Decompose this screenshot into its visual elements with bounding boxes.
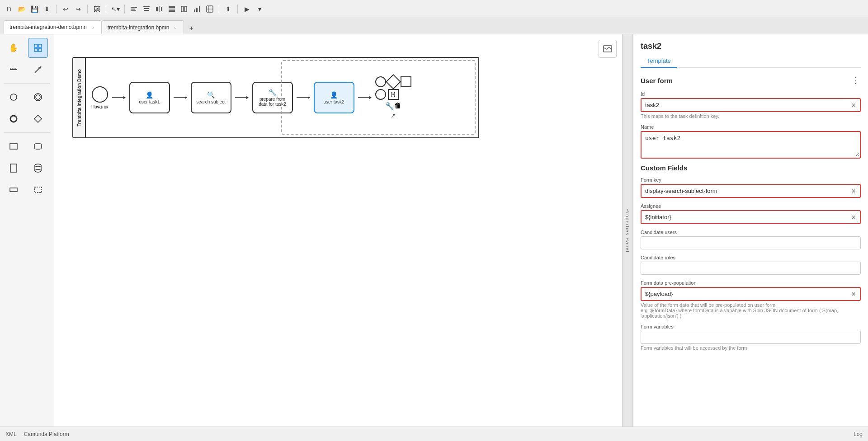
- id-field-group: Id ✕ This maps to the task definition ke…: [641, 91, 861, 119]
- thick-circle-tool[interactable]: [4, 109, 24, 129]
- start-label: Початок: [91, 104, 108, 109]
- status-log[interactable]: Log: [854, 431, 863, 437]
- svg-point-39: [35, 169, 41, 172]
- formula-icon[interactable]: [204, 4, 215, 14]
- svg-marker-46: [185, 96, 187, 99]
- bpmn-start-event[interactable]: [92, 86, 108, 103]
- status-xml[interactable]: XML: [5, 431, 17, 437]
- form-key-label: Form key: [641, 177, 861, 183]
- select-tool[interactable]: [28, 38, 48, 58]
- table-cols-icon[interactable]: [179, 4, 190, 14]
- download-icon[interactable]: ⬇: [42, 4, 52, 14]
- form-data-clear[interactable]: ✕: [850, 291, 857, 298]
- name-field-input[interactable]: user task2: [642, 132, 860, 156]
- form-data-input[interactable]: [642, 288, 860, 300]
- tab-demo[interactable]: trembita-integration-demo.bpmn ○: [4, 20, 102, 34]
- form-key-clear[interactable]: ✕: [850, 188, 857, 195]
- svg-rect-16: [199, 6, 200, 12]
- tab-demo-label: trembita-integration-demo.bpmn: [9, 24, 87, 30]
- cursor-drop-icon[interactable]: ↖▾: [110, 4, 121, 14]
- bpmn-task-4[interactable]: 👤 user task2: [314, 82, 354, 113]
- canvas-area[interactable]: Trembita Integration Demo Початок 👤: [54, 34, 622, 427]
- map-button[interactable]: [599, 40, 617, 58]
- flat-rect-tool[interactable]: [4, 180, 24, 200]
- candidate-users-field-group: Candidate users: [641, 230, 861, 249]
- svg-marker-48: [246, 96, 249, 99]
- assignee-field-group: Assignee ✕: [641, 203, 861, 224]
- panel-tab-template[interactable]: Template: [641, 55, 677, 68]
- cylinder-tool[interactable]: [28, 158, 48, 178]
- page-tool[interactable]: [4, 158, 24, 178]
- arrow1: [112, 93, 126, 102]
- tools-trash-icon: 🗑: [394, 102, 401, 110]
- candidate-roles-wrapper: [641, 262, 861, 275]
- diamond-tool[interactable]: [28, 109, 48, 129]
- id-field-clear[interactable]: ✕: [850, 102, 857, 109]
- align-left-icon[interactable]: [128, 4, 139, 14]
- dashed-rect-tool[interactable]: [28, 180, 48, 200]
- task3-icon: 🔧: [269, 89, 276, 96]
- svg-rect-21: [38, 44, 42, 47]
- undo-icon[interactable]: ↩: [60, 4, 71, 14]
- image-icon[interactable]: 🖼: [91, 4, 102, 14]
- chart-icon[interactable]: [192, 4, 203, 14]
- open-icon[interactable]: 📂: [16, 4, 27, 14]
- run-icon[interactable]: ▶: [241, 4, 252, 14]
- redo-icon[interactable]: ↪: [73, 4, 84, 14]
- svg-rect-3: [143, 6, 150, 7]
- form-variables-wrapper: [641, 331, 861, 344]
- new-icon[interactable]: 🗋: [4, 4, 14, 14]
- connect-tool[interactable]: [28, 60, 48, 80]
- candidate-users-input[interactable]: [641, 237, 860, 249]
- task2-label: search subject: [196, 99, 225, 104]
- form-key-input[interactable]: [642, 185, 860, 197]
- svg-marker-44: [123, 96, 126, 99]
- svg-rect-23: [38, 48, 42, 52]
- tab-integration[interactable]: trembita-integration.bpmn ○: [102, 20, 184, 34]
- rounded-rect-tool[interactable]: [28, 136, 48, 156]
- circle-tool[interactable]: [4, 87, 24, 107]
- end-diamond: [386, 74, 401, 89]
- more-run-icon[interactable]: ▾: [254, 4, 265, 14]
- save-icon[interactable]: 💾: [29, 4, 40, 14]
- tab-integration-label: trembita-integration.bpmn: [108, 24, 170, 31]
- end-circle1: [375, 76, 386, 87]
- id-field-input[interactable]: [642, 99, 860, 111]
- lasso-tool[interactable]: [4, 60, 24, 80]
- tab-integration-close[interactable]: ○: [172, 24, 178, 31]
- end-rect: [401, 76, 411, 87]
- assignee-clear[interactable]: ✕: [850, 214, 857, 221]
- hand-tool[interactable]: ✋: [4, 38, 24, 58]
- svg-rect-15: [196, 8, 198, 12]
- distribute-icon[interactable]: [154, 4, 165, 14]
- form-data-hint: Value of the form data that will be pre-…: [641, 302, 861, 319]
- distribute2-icon[interactable]: [166, 4, 177, 14]
- bpmn-task-1[interactable]: 👤 user task1: [129, 82, 170, 113]
- user-form-section-header: User form ⋮: [641, 75, 861, 86]
- align-center-icon[interactable]: [141, 4, 152, 14]
- bpmn-task-3[interactable]: 🔧 prepare from data for task2: [252, 82, 293, 113]
- svg-rect-12: [181, 6, 184, 12]
- section-menu-button[interactable]: ⋮: [850, 75, 861, 86]
- svg-rect-2: [131, 10, 136, 11]
- svg-rect-9: [169, 6, 175, 8]
- status-platform: Camunda Platform: [24, 431, 69, 437]
- candidate-roles-input[interactable]: [641, 262, 860, 274]
- svg-rect-6: [156, 7, 158, 11]
- tab-demo-close[interactable]: ○: [90, 24, 96, 30]
- properties-panel-label: Properties Panel: [625, 208, 630, 252]
- pool-label: Trembita Integration Demo: [77, 69, 82, 127]
- bpmn-container: Trembita Integration Demo Початок 👤: [72, 57, 479, 147]
- upload-icon[interactable]: ⬆: [223, 4, 234, 14]
- rect-tool[interactable]: [4, 136, 24, 156]
- assignee-input[interactable]: [642, 211, 860, 223]
- bpmn-pool: Trembita Integration Demo Початок 👤: [72, 57, 479, 138]
- candidate-users-wrapper: [641, 236, 861, 249]
- bpmn-task-2[interactable]: 🔍 search subject: [191, 82, 231, 113]
- tab-add-button[interactable]: +: [186, 23, 197, 34]
- double-circle-tool[interactable]: [28, 87, 48, 107]
- form-variables-input[interactable]: [641, 331, 860, 343]
- pool-label-strip: Trembita Integration Demo: [73, 58, 86, 137]
- main-layout: ✋: [0, 34, 868, 427]
- svg-rect-0: [131, 7, 137, 8]
